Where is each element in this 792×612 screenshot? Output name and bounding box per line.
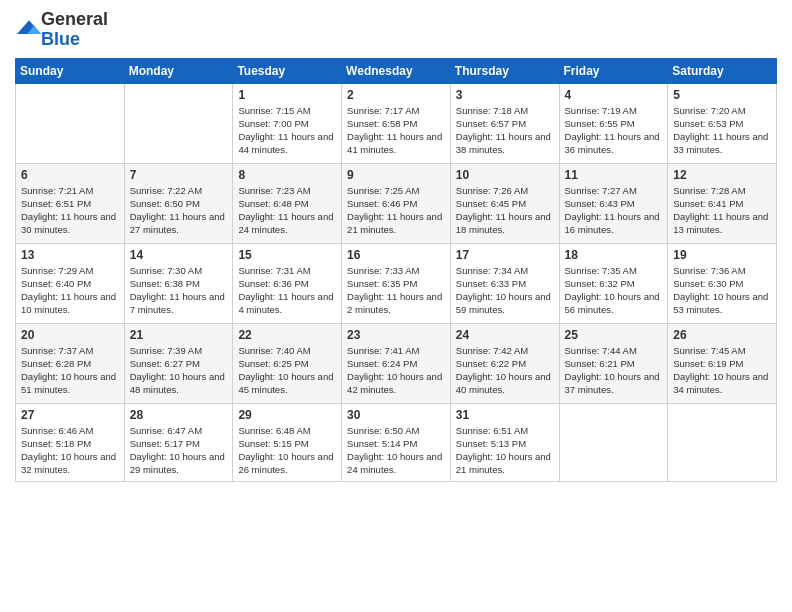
day-number: 29 xyxy=(238,408,336,422)
calendar-cell: 2Sunrise: 7:17 AMSunset: 6:58 PMDaylight… xyxy=(342,83,451,163)
day-info: Sunrise: 7:36 AMSunset: 6:30 PMDaylight:… xyxy=(673,264,771,317)
calendar-cell: 14Sunrise: 7:30 AMSunset: 6:38 PMDayligh… xyxy=(124,243,233,323)
calendar-cell xyxy=(16,83,125,163)
calendar-cell: 30Sunrise: 6:50 AMSunset: 5:14 PMDayligh… xyxy=(342,403,451,481)
day-info: Sunrise: 7:37 AMSunset: 6:28 PMDaylight:… xyxy=(21,344,119,397)
day-info: Sunrise: 7:28 AMSunset: 6:41 PMDaylight:… xyxy=(673,184,771,237)
calendar-cell xyxy=(124,83,233,163)
weekday-header-row: SundayMondayTuesdayWednesdayThursdayFrid… xyxy=(16,58,777,83)
week-row-4: 20Sunrise: 7:37 AMSunset: 6:28 PMDayligh… xyxy=(16,323,777,403)
day-number: 3 xyxy=(456,88,554,102)
logo-text: General Blue xyxy=(41,10,108,50)
day-number: 23 xyxy=(347,328,445,342)
day-number: 26 xyxy=(673,328,771,342)
weekday-header-monday: Monday xyxy=(124,58,233,83)
day-number: 2 xyxy=(347,88,445,102)
day-number: 5 xyxy=(673,88,771,102)
day-number: 20 xyxy=(21,328,119,342)
header: General Blue xyxy=(15,10,777,50)
calendar-cell: 26Sunrise: 7:45 AMSunset: 6:19 PMDayligh… xyxy=(668,323,777,403)
day-number: 17 xyxy=(456,248,554,262)
day-info: Sunrise: 7:45 AMSunset: 6:19 PMDaylight:… xyxy=(673,344,771,397)
day-info: Sunrise: 7:21 AMSunset: 6:51 PMDaylight:… xyxy=(21,184,119,237)
week-row-3: 13Sunrise: 7:29 AMSunset: 6:40 PMDayligh… xyxy=(16,243,777,323)
calendar-cell: 4Sunrise: 7:19 AMSunset: 6:55 PMDaylight… xyxy=(559,83,668,163)
calendar-cell: 18Sunrise: 7:35 AMSunset: 6:32 PMDayligh… xyxy=(559,243,668,323)
calendar-table: SundayMondayTuesdayWednesdayThursdayFrid… xyxy=(15,58,777,482)
day-info: Sunrise: 6:51 AMSunset: 5:13 PMDaylight:… xyxy=(456,424,554,477)
day-info: Sunrise: 7:25 AMSunset: 6:46 PMDaylight:… xyxy=(347,184,445,237)
day-info: Sunrise: 7:33 AMSunset: 6:35 PMDaylight:… xyxy=(347,264,445,317)
day-info: Sunrise: 7:22 AMSunset: 6:50 PMDaylight:… xyxy=(130,184,228,237)
day-number: 9 xyxy=(347,168,445,182)
day-info: Sunrise: 7:26 AMSunset: 6:45 PMDaylight:… xyxy=(456,184,554,237)
day-info: Sunrise: 7:30 AMSunset: 6:38 PMDaylight:… xyxy=(130,264,228,317)
day-number: 21 xyxy=(130,328,228,342)
calendar-cell: 12Sunrise: 7:28 AMSunset: 6:41 PMDayligh… xyxy=(668,163,777,243)
day-number: 4 xyxy=(565,88,663,102)
calendar-cell: 23Sunrise: 7:41 AMSunset: 6:24 PMDayligh… xyxy=(342,323,451,403)
calendar-cell xyxy=(668,403,777,481)
week-row-5: 27Sunrise: 6:46 AMSunset: 5:18 PMDayligh… xyxy=(16,403,777,481)
weekday-header-sunday: Sunday xyxy=(16,58,125,83)
calendar-cell: 17Sunrise: 7:34 AMSunset: 6:33 PMDayligh… xyxy=(450,243,559,323)
calendar-cell: 25Sunrise: 7:44 AMSunset: 6:21 PMDayligh… xyxy=(559,323,668,403)
day-info: Sunrise: 7:29 AMSunset: 6:40 PMDaylight:… xyxy=(21,264,119,317)
day-number: 10 xyxy=(456,168,554,182)
day-info: Sunrise: 7:27 AMSunset: 6:43 PMDaylight:… xyxy=(565,184,663,237)
logo-icon xyxy=(17,18,41,38)
page: General Blue SundayMondayTuesdayWednesda… xyxy=(0,0,792,612)
day-number: 28 xyxy=(130,408,228,422)
weekday-header-thursday: Thursday xyxy=(450,58,559,83)
weekday-header-tuesday: Tuesday xyxy=(233,58,342,83)
calendar-cell: 28Sunrise: 6:47 AMSunset: 5:17 PMDayligh… xyxy=(124,403,233,481)
calendar-cell: 7Sunrise: 7:22 AMSunset: 6:50 PMDaylight… xyxy=(124,163,233,243)
day-info: Sunrise: 7:40 AMSunset: 6:25 PMDaylight:… xyxy=(238,344,336,397)
day-info: Sunrise: 7:41 AMSunset: 6:24 PMDaylight:… xyxy=(347,344,445,397)
day-info: Sunrise: 7:15 AMSunset: 7:00 PMDaylight:… xyxy=(238,104,336,157)
calendar-cell: 3Sunrise: 7:18 AMSunset: 6:57 PMDaylight… xyxy=(450,83,559,163)
calendar-cell: 5Sunrise: 7:20 AMSunset: 6:53 PMDaylight… xyxy=(668,83,777,163)
weekday-header-friday: Friday xyxy=(559,58,668,83)
logo-blue: Blue xyxy=(41,29,80,49)
day-number: 24 xyxy=(456,328,554,342)
calendar-cell: 15Sunrise: 7:31 AMSunset: 6:36 PMDayligh… xyxy=(233,243,342,323)
calendar-cell: 31Sunrise: 6:51 AMSunset: 5:13 PMDayligh… xyxy=(450,403,559,481)
day-number: 19 xyxy=(673,248,771,262)
day-number: 25 xyxy=(565,328,663,342)
day-info: Sunrise: 7:17 AMSunset: 6:58 PMDaylight:… xyxy=(347,104,445,157)
day-info: Sunrise: 7:23 AMSunset: 6:48 PMDaylight:… xyxy=(238,184,336,237)
day-number: 16 xyxy=(347,248,445,262)
day-info: Sunrise: 7:44 AMSunset: 6:21 PMDaylight:… xyxy=(565,344,663,397)
day-info: Sunrise: 6:47 AMSunset: 5:17 PMDaylight:… xyxy=(130,424,228,477)
day-number: 18 xyxy=(565,248,663,262)
day-info: Sunrise: 6:50 AMSunset: 5:14 PMDaylight:… xyxy=(347,424,445,477)
day-info: Sunrise: 7:42 AMSunset: 6:22 PMDaylight:… xyxy=(456,344,554,397)
calendar-cell: 22Sunrise: 7:40 AMSunset: 6:25 PMDayligh… xyxy=(233,323,342,403)
day-info: Sunrise: 7:18 AMSunset: 6:57 PMDaylight:… xyxy=(456,104,554,157)
calendar-cell: 1Sunrise: 7:15 AMSunset: 7:00 PMDaylight… xyxy=(233,83,342,163)
day-info: Sunrise: 7:34 AMSunset: 6:33 PMDaylight:… xyxy=(456,264,554,317)
calendar-cell: 6Sunrise: 7:21 AMSunset: 6:51 PMDaylight… xyxy=(16,163,125,243)
calendar-cell: 10Sunrise: 7:26 AMSunset: 6:45 PMDayligh… xyxy=(450,163,559,243)
calendar-cell: 9Sunrise: 7:25 AMSunset: 6:46 PMDaylight… xyxy=(342,163,451,243)
day-info: Sunrise: 6:48 AMSunset: 5:15 PMDaylight:… xyxy=(238,424,336,477)
calendar-cell: 29Sunrise: 6:48 AMSunset: 5:15 PMDayligh… xyxy=(233,403,342,481)
day-info: Sunrise: 7:35 AMSunset: 6:32 PMDaylight:… xyxy=(565,264,663,317)
week-row-1: 1Sunrise: 7:15 AMSunset: 7:00 PMDaylight… xyxy=(16,83,777,163)
day-number: 27 xyxy=(21,408,119,422)
day-number: 12 xyxy=(673,168,771,182)
calendar-cell: 8Sunrise: 7:23 AMSunset: 6:48 PMDaylight… xyxy=(233,163,342,243)
day-number: 1 xyxy=(238,88,336,102)
day-number: 8 xyxy=(238,168,336,182)
day-number: 6 xyxy=(21,168,119,182)
calendar-cell: 13Sunrise: 7:29 AMSunset: 6:40 PMDayligh… xyxy=(16,243,125,323)
day-info: Sunrise: 7:20 AMSunset: 6:53 PMDaylight:… xyxy=(673,104,771,157)
day-number: 15 xyxy=(238,248,336,262)
calendar-cell: 21Sunrise: 7:39 AMSunset: 6:27 PMDayligh… xyxy=(124,323,233,403)
day-number: 14 xyxy=(130,248,228,262)
calendar-cell: 20Sunrise: 7:37 AMSunset: 6:28 PMDayligh… xyxy=(16,323,125,403)
calendar-cell: 11Sunrise: 7:27 AMSunset: 6:43 PMDayligh… xyxy=(559,163,668,243)
week-row-2: 6Sunrise: 7:21 AMSunset: 6:51 PMDaylight… xyxy=(16,163,777,243)
logo: General Blue xyxy=(15,10,108,50)
